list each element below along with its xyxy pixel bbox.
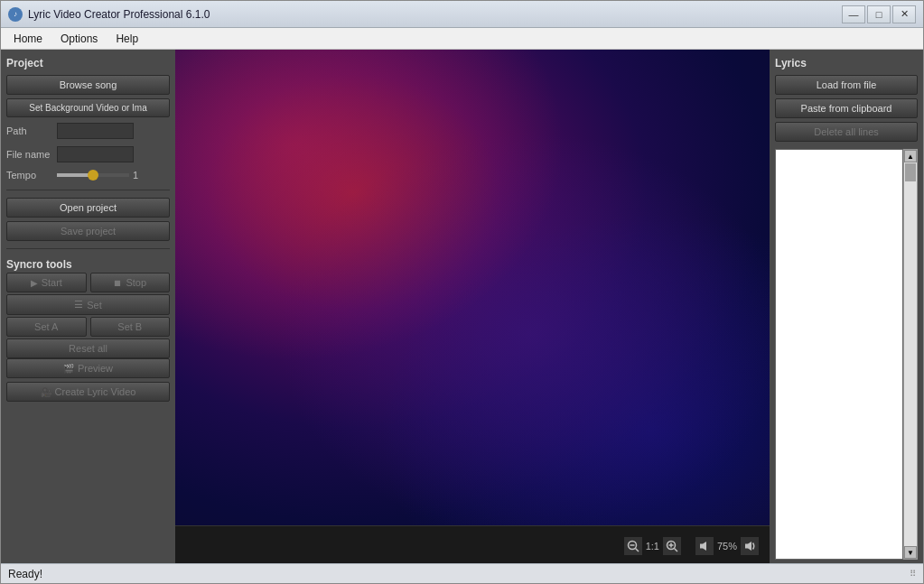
- divider-1: [6, 190, 170, 190]
- start-stop-row: ▶ Start ⏹ Stop: [6, 273, 170, 292]
- zoom-control: 1:1: [624, 537, 681, 555]
- svg-line-4: [674, 548, 677, 552]
- browse-song-button[interactable]: Browse song: [6, 75, 170, 95]
- menu-bar: Home Options Help: [1, 28, 923, 50]
- syncro-label: Syncro tools: [6, 256, 72, 273]
- minimize-button[interactable]: —: [842, 5, 865, 23]
- filename-label: File name: [6, 149, 53, 160]
- volume-down-button[interactable]: [695, 537, 714, 555]
- svg-marker-7: [700, 542, 706, 551]
- filename-input[interactable]: [57, 146, 134, 162]
- set-ab-row: Set A Set B: [6, 317, 170, 337]
- video-canvas: [175, 50, 770, 525]
- set-button[interactable]: ☰ Set: [6, 294, 170, 315]
- start-button[interactable]: ▶ Start: [6, 273, 87, 292]
- stop-icon: ⏹: [113, 278, 122, 288]
- right-panel: Lyrics Load from file Paste from clipboa…: [770, 50, 923, 565]
- scroll-down-arrow[interactable]: ▼: [904, 546, 917, 559]
- paste-from-clipboard-button[interactable]: Paste from clipboard: [775, 98, 918, 118]
- reset-all-button[interactable]: Reset all: [6, 338, 170, 358]
- lyrics-scrollbar: ▲ ▼: [903, 149, 918, 560]
- tempo-row: Tempo 1: [6, 170, 170, 181]
- set-background-button[interactable]: Set Background Video or Ima: [6, 98, 170, 117]
- set-icon: ☰: [74, 299, 83, 311]
- lyrics-scroll-container: ▲ ▼: [775, 149, 918, 560]
- project-section-label: Project: [6, 55, 170, 71]
- zoom-level: 1:1: [646, 541, 659, 552]
- zoom-out-button[interactable]: [624, 537, 642, 555]
- divider-2: [6, 248, 170, 249]
- open-project-button[interactable]: Open project: [6, 198, 170, 218]
- tempo-slider[interactable]: [57, 173, 129, 177]
- play-icon: ▶: [31, 278, 38, 288]
- app-icon: ♪: [8, 7, 23, 22]
- syncro-section: Syncro tools ▶ Start ⏹ Stop ☰ Set: [6, 258, 170, 402]
- title-bar: ♪ Lyric Video Creator Professional 6.1.0…: [1, 1, 923, 28]
- tempo-value: 1: [133, 170, 144, 181]
- status-bar: Ready! ⠿: [1, 563, 923, 583]
- stop-button[interactable]: ⏹ Stop: [90, 273, 171, 292]
- menu-help[interactable]: Help: [107, 29, 147, 49]
- load-from-file-button[interactable]: Load from file: [775, 75, 918, 95]
- zoom-in-button[interactable]: [663, 537, 681, 555]
- path-row: Path: [6, 123, 170, 139]
- bottom-controls-bar: 1:1: [175, 525, 770, 565]
- menu-home[interactable]: Home: [5, 29, 51, 49]
- volume-level: 75%: [717, 541, 737, 552]
- tempo-label: Tempo: [6, 170, 53, 181]
- save-project-button[interactable]: Save project: [6, 221, 170, 241]
- resize-grip: ⠿: [910, 569, 916, 579]
- svg-marker-8: [745, 542, 751, 551]
- menu-options[interactable]: Options: [51, 29, 107, 49]
- delete-all-lines-button[interactable]: Delete all lines: [775, 122, 918, 142]
- content-area: Project Browse song Set Background Video…: [1, 50, 923, 565]
- preview-icon: 🎬: [63, 364, 74, 374]
- window-controls: — □ ✕: [842, 5, 916, 23]
- app-title: Lyric Video Creator Professional 6.1.0: [28, 8, 842, 21]
- preview-button[interactable]: 🎬 Preview: [6, 358, 170, 378]
- lyrics-content: [775, 149, 903, 560]
- maximize-button[interactable]: □: [867, 5, 891, 23]
- lyrics-section-label: Lyrics: [775, 55, 918, 71]
- path-input[interactable]: [57, 123, 134, 139]
- filename-row: File name: [6, 146, 170, 162]
- path-label: Path: [6, 125, 53, 136]
- create-lyric-video-button[interactable]: 🎥 Create Lyric Video: [6, 382, 170, 402]
- scroll-track[interactable]: [904, 162, 917, 546]
- video-area-wrapper: 1:1: [175, 50, 770, 565]
- left-panel: Project Browse song Set Background Video…: [1, 50, 175, 565]
- status-text: Ready!: [8, 568, 910, 580]
- volume-up-button[interactable]: [741, 537, 759, 555]
- svg-line-1: [635, 548, 639, 552]
- scroll-up-arrow[interactable]: ▲: [904, 150, 917, 162]
- video-icon: 🎥: [41, 387, 51, 397]
- volume-control: 75%: [695, 537, 759, 555]
- scroll-thumb[interactable]: [905, 163, 916, 181]
- close-button[interactable]: ✕: [892, 5, 916, 23]
- set-b-button[interactable]: Set B: [90, 317, 171, 337]
- set-a-button[interactable]: Set A: [6, 317, 87, 337]
